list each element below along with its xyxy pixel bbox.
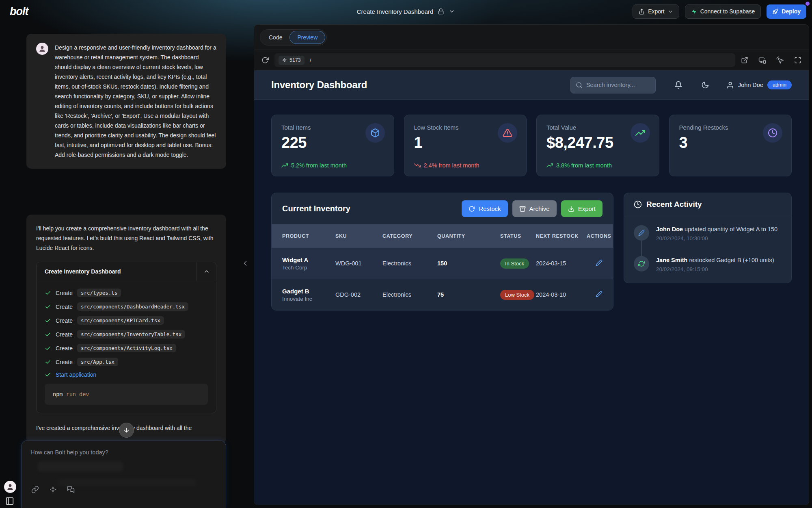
activity-user: John Doe bbox=[656, 226, 683, 232]
step-file[interactable]: src/types.ts bbox=[77, 289, 121, 297]
step-action: Create bbox=[56, 331, 73, 338]
dark-mode-toggle-moon-icon[interactable] bbox=[701, 81, 709, 89]
responsive-devices-icon[interactable] bbox=[758, 56, 766, 64]
product-supplier: Innovate Inc bbox=[282, 296, 335, 302]
user-message-text: Design a responsive and user-friendly in… bbox=[55, 43, 216, 160]
column-header: Quantity bbox=[437, 233, 500, 239]
trending-up-icon bbox=[281, 162, 288, 169]
check-icon bbox=[45, 304, 51, 310]
open-external-icon[interactable] bbox=[741, 56, 748, 64]
export-label: Export bbox=[648, 8, 664, 15]
step-file[interactable]: src/components/ActivityLog.tsx bbox=[77, 344, 176, 352]
chat-bubbles-icon[interactable] bbox=[67, 486, 75, 493]
fullscreen-icon[interactable] bbox=[794, 56, 801, 64]
inspect-pointer-icon[interactable] bbox=[776, 56, 784, 64]
connect-supabase-button[interactable]: Connect to Supabase bbox=[685, 4, 761, 19]
topbar-actions: Export Connect to Supabase Deploy bbox=[633, 4, 806, 19]
chevron-down-icon bbox=[668, 9, 673, 14]
archive-label: Archive bbox=[529, 205, 550, 212]
step-file[interactable]: src/components/DashboardHeader.tsx bbox=[77, 302, 188, 311]
check-icon bbox=[45, 371, 51, 378]
kpi-card-low-stock: Low Stock Items 1 2.4% from last month bbox=[404, 115, 527, 176]
step-file[interactable]: src/components/InventoryTable.tsx bbox=[77, 330, 185, 339]
plan-collapse-button[interactable] bbox=[197, 262, 216, 281]
plan-step: Create src/App.tsx bbox=[45, 358, 208, 366]
project-title-group[interactable]: Create Inventory Dashboard bbox=[357, 8, 455, 15]
kpi-cards-row: Total Items 225 5.2% from last month Low… bbox=[254, 100, 809, 176]
reload-icon[interactable] bbox=[261, 56, 269, 64]
product-quantity[interactable]: 150 bbox=[437, 260, 500, 267]
command-args: run dev bbox=[66, 391, 89, 397]
inventory-search[interactable] bbox=[570, 77, 656, 93]
plan-card: Create Inventory Dashboard Create src/ty… bbox=[36, 262, 216, 413]
notification-dot bbox=[806, 2, 810, 6]
connect-supabase-label: Connect to Supabase bbox=[700, 8, 755, 15]
inventory-search-input[interactable] bbox=[586, 82, 650, 88]
export-table-button[interactable]: Export bbox=[561, 200, 603, 217]
archive-button[interactable]: Archive bbox=[512, 200, 557, 217]
kpi-trend-text: 3.8% from last month bbox=[556, 162, 612, 169]
step-file[interactable]: src/components/KPICard.tsx bbox=[77, 316, 164, 325]
product-quantity[interactable]: 75 bbox=[437, 291, 500, 298]
user-name: John Doe bbox=[738, 82, 763, 88]
scroll-to-bottom-button[interactable] bbox=[119, 423, 134, 438]
collapse-chat-chevron[interactable] bbox=[241, 259, 249, 269]
command-binary: npm bbox=[53, 391, 63, 397]
editor-tabs-row: Code Preview bbox=[254, 25, 809, 50]
edit-pencil-icon[interactable] bbox=[596, 291, 603, 297]
tab-preview[interactable]: Preview bbox=[289, 31, 325, 44]
step-action: Create bbox=[56, 317, 73, 324]
product-category: Electronics bbox=[382, 260, 437, 267]
link-icon[interactable] bbox=[31, 486, 39, 493]
deploy-button[interactable]: Deploy bbox=[767, 4, 806, 19]
port-pill[interactable]: 5173 bbox=[279, 56, 304, 65]
dashboard-title: Inventory Dashboard bbox=[271, 79, 367, 91]
url-field[interactable]: 5173 / bbox=[274, 53, 735, 67]
check-icon bbox=[45, 331, 51, 338]
product-category: Electronics bbox=[382, 291, 437, 298]
lock-icon bbox=[438, 8, 444, 15]
package-icon bbox=[370, 128, 380, 138]
chevron-up-icon bbox=[203, 268, 210, 275]
app-window: bolt Create Inventory Dashboard Export C… bbox=[0, 0, 812, 508]
refresh-icon bbox=[469, 206, 475, 212]
sidebar-toggle-icon[interactable] bbox=[5, 497, 14, 507]
export-button[interactable]: Export bbox=[633, 4, 679, 19]
url-bar-actions bbox=[741, 56, 801, 64]
bell-icon[interactable] bbox=[674, 81, 682, 89]
restock-label: Restock bbox=[479, 205, 501, 212]
profile-avatar[interactable] bbox=[4, 481, 16, 493]
search-icon bbox=[576, 82, 583, 89]
chat-input[interactable] bbox=[30, 449, 217, 456]
start-application-link[interactable]: Start application bbox=[56, 371, 96, 378]
role-badge[interactable]: admin bbox=[767, 80, 792, 89]
inventory-table-header: Product SKU Category Quantity Status Nex… bbox=[272, 224, 613, 247]
sparkles-icon[interactable] bbox=[50, 486, 56, 493]
activity-action: updated quantity of Widget A to 150 bbox=[685, 226, 777, 232]
tab-code[interactable]: Code bbox=[261, 31, 289, 43]
product-name: Widget A bbox=[282, 256, 335, 263]
user-chip[interactable]: John Doe admin bbox=[726, 80, 792, 89]
chevron-down-icon[interactable] bbox=[449, 8, 455, 15]
step-file[interactable]: src/App.tsx bbox=[77, 358, 118, 366]
activity-title: Recent Activity bbox=[646, 200, 702, 209]
product-name: Gadget B bbox=[282, 288, 335, 295]
top-bar: bolt Create Inventory Dashboard Export C… bbox=[0, 0, 812, 23]
plug-icon bbox=[282, 58, 287, 63]
preview-panel: Code Preview 5173 / Invent bbox=[254, 24, 809, 505]
edit-pencil-icon[interactable] bbox=[596, 259, 603, 266]
table-row[interactable]: Gadget B Innovate Inc GDG-002 Electronic… bbox=[272, 279, 613, 310]
kpi-trend-text: 2.4% from last month bbox=[424, 162, 479, 169]
current-inventory-panel: Current Inventory Restock Archive bbox=[271, 193, 613, 310]
column-header: Next Restock bbox=[536, 233, 587, 239]
plan-step: Create src/components/DashboardHeader.ts… bbox=[45, 302, 208, 311]
trending-up-icon bbox=[635, 128, 645, 138]
table-row[interactable]: Widget A Tech Corp WDG-001 Electronics 1… bbox=[272, 247, 613, 279]
plan-step: Create src/components/InventoryTable.tsx bbox=[45, 330, 208, 339]
bolt-logo[interactable]: bolt bbox=[6, 5, 32, 18]
activity-timestamp: 20/02/2024, 09:15:00 bbox=[656, 266, 774, 272]
chat-input-panel bbox=[21, 440, 226, 508]
user-message: Design a responsive and user-friendly in… bbox=[26, 34, 226, 169]
restock-button[interactable]: Restock bbox=[462, 200, 508, 217]
product-sku: WDG-001 bbox=[335, 260, 382, 267]
